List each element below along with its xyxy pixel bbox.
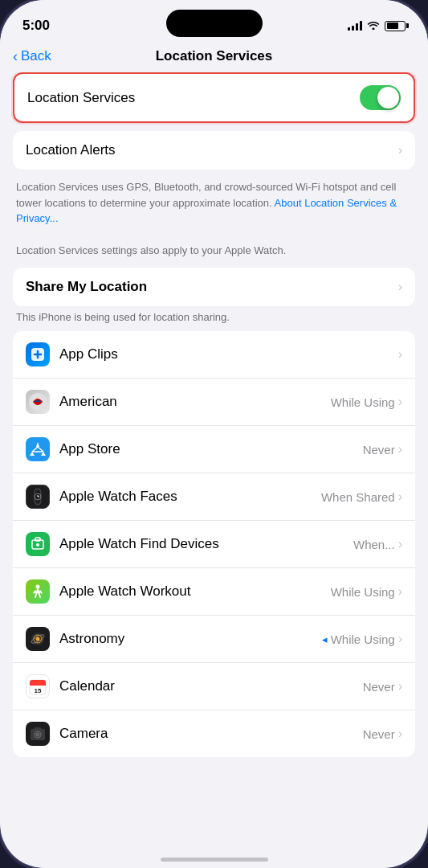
- app-row-appclips[interactable]: App Clips ›: [13, 331, 415, 379]
- app-name-astronomy: Astronomy: [59, 631, 124, 647]
- app-detail-astronomy: While Using: [331, 633, 395, 646]
- location-alerts-chevron-icon: ›: [398, 143, 402, 158]
- appstore-chevron-icon: ›: [398, 442, 402, 457]
- app-row-camera[interactable]: Camera Never ›: [13, 710, 415, 757]
- apps-list: App Clips ›: [13, 331, 415, 757]
- app-row-finddevices[interactable]: Apple Watch Find Devices When... ›: [13, 521, 415, 568]
- app-name-calendar: Calendar: [59, 678, 115, 694]
- status-time: 5:00: [22, 18, 50, 34]
- location-services-toggle-card: Location Services: [13, 72, 415, 123]
- home-indicator: [161, 858, 268, 862]
- app-row-astronomy[interactable]: Astronomy ◂ While Using ›: [13, 616, 415, 663]
- navigation-bar: ‹ Back Location Services: [0, 40, 428, 72]
- app-detail-calendar: Never: [363, 680, 395, 694]
- workout-chevron-icon: ›: [398, 584, 402, 599]
- svg-point-14: [36, 637, 40, 641]
- astronomy-location-arrow-icon: ◂: [322, 633, 328, 645]
- back-label: Back: [21, 48, 51, 64]
- appclips-chevron-icon: ›: [398, 347, 402, 362]
- app-icon-watchfaces: [26, 485, 50, 509]
- main-content: Location Services Location Alerts ›: [0, 72, 428, 860]
- back-button[interactable]: ‹ Back: [13, 48, 51, 65]
- share-note: This iPhone is being used for location s…: [13, 308, 415, 331]
- camera-chevron-icon: ›: [398, 727, 402, 741]
- share-my-location-card: Share My Location ›: [13, 268, 415, 306]
- app-detail-camera: Never: [363, 727, 395, 741]
- location-alerts-left: Location Alerts: [26, 142, 398, 158]
- location-alerts-card: Location Alerts ›: [13, 131, 415, 170]
- back-chevron-icon: ‹: [13, 48, 18, 65]
- phone-frame: 5:00: [0, 0, 428, 868]
- app-name-appclips: App Clips: [59, 346, 118, 362]
- share-my-location-left: Share My Location: [26, 279, 398, 295]
- status-icons: [348, 20, 406, 32]
- share-my-location-right: ›: [398, 280, 402, 294]
- app-detail-appstore: Never: [363, 443, 395, 457]
- svg-point-21: [36, 733, 40, 737]
- signal-icon: [348, 21, 362, 31]
- app-detail-american: While Using: [331, 395, 395, 409]
- app-row-american[interactable]: American While Using ›: [13, 379, 415, 426]
- app-name-watchfaces: Apple Watch Faces: [59, 489, 177, 505]
- app-detail-finddevices: When...: [353, 538, 395, 551]
- svg-point-9: [36, 543, 39, 547]
- location-services-toggle[interactable]: [360, 85, 401, 110]
- app-icon-camera: [26, 722, 50, 746]
- location-services-label: Location Services: [27, 90, 135, 106]
- app-icon-astronomy: [26, 627, 50, 651]
- location-alerts-row[interactable]: Location Alerts ›: [13, 131, 415, 170]
- calendar-chevron-icon: ›: [398, 679, 402, 694]
- app-icon-american: [26, 390, 50, 414]
- app-icon-appclips: [26, 342, 50, 366]
- wifi-icon: [367, 20, 380, 32]
- share-my-location-label: Share My Location: [26, 279, 147, 295]
- app-icon-workout: [26, 579, 50, 604]
- phone-screen: 5:00: [0, 0, 428, 868]
- dynamic-island: [166, 10, 263, 37]
- svg-text:15: 15: [35, 687, 42, 694]
- astronomy-chevron-icon: ›: [398, 632, 402, 646]
- battery-icon: [385, 21, 406, 31]
- app-row-calendar[interactable]: 15 Calendar Never ›: [13, 663, 415, 710]
- app-name-american: American: [59, 394, 117, 410]
- share-location-chevron-icon: ›: [398, 280, 402, 294]
- app-name-workout: Apple Watch Workout: [59, 583, 190, 600]
- share-my-location-row[interactable]: Share My Location ›: [13, 268, 415, 306]
- app-icon-appstore: [26, 437, 50, 461]
- app-name-camera: Camera: [59, 726, 108, 742]
- app-name-finddevices: Apple Watch Find Devices: [59, 536, 219, 552]
- page-title: Location Services: [156, 48, 273, 64]
- location-alerts-right: ›: [398, 143, 402, 158]
- toggle-knob: [377, 87, 399, 108]
- app-detail-watchfaces: When Shared: [321, 490, 395, 504]
- svg-point-10: [36, 585, 40, 589]
- app-icon-finddevices: [26, 532, 50, 556]
- svg-rect-18: [30, 683, 46, 686]
- svg-rect-8: [35, 538, 40, 541]
- app-row-watchfaces[interactable]: Apple Watch Faces When Shared ›: [13, 473, 415, 521]
- apple-watch-description: Location Services settings also apply to…: [13, 238, 415, 268]
- american-chevron-icon: ›: [398, 395, 402, 409]
- app-detail-workout: While Using: [331, 585, 395, 599]
- location-alerts-label: Location Alerts: [26, 142, 116, 158]
- app-name-appstore: App Store: [59, 441, 120, 457]
- app-row-workout[interactable]: Apple Watch Workout While Using ›: [13, 568, 415, 616]
- finddevices-chevron-icon: ›: [398, 537, 402, 551]
- watchfaces-chevron-icon: ›: [398, 489, 402, 504]
- app-row-appstore[interactable]: App Store Never ›: [13, 426, 415, 473]
- location-description: Location Services uses GPS, Bluetooth, a…: [13, 171, 415, 235]
- app-icon-calendar: 15: [26, 674, 50, 698]
